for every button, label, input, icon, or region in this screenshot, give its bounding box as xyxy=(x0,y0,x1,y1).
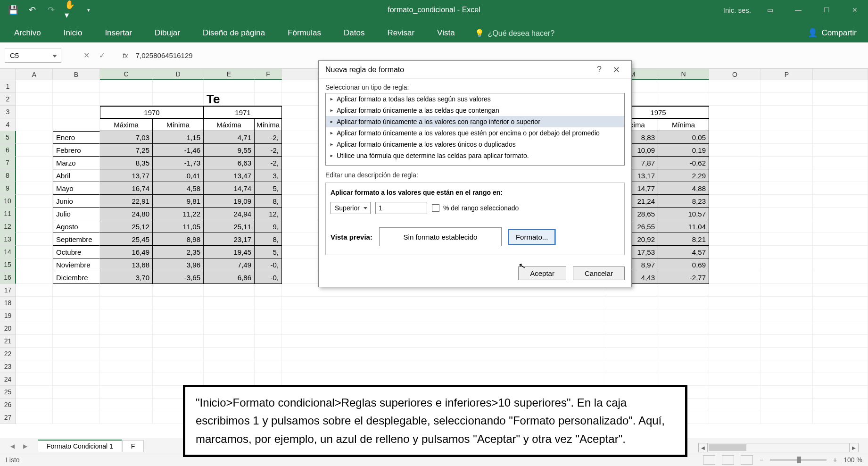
rule-above-below-avg[interactable]: Aplicar formato únicamente a los valores… xyxy=(326,127,624,139)
cell-A22[interactable] xyxy=(16,348,53,360)
cell-B26[interactable] xyxy=(53,399,100,411)
cell-gap[interactable] xyxy=(282,360,607,373)
rule-formula[interactable]: Utilice una fórmula que determine las ce… xyxy=(326,150,624,161)
cell-N15[interactable]: 0,69 xyxy=(658,258,709,271)
cell-P11[interactable] xyxy=(761,208,813,220)
cell-B17[interactable] xyxy=(53,284,100,297)
cell-B23[interactable] xyxy=(53,360,100,373)
col-C[interactable]: C xyxy=(100,69,153,80)
cell-B21[interactable] xyxy=(53,335,100,348)
cell-B15[interactable]: Noviembre xyxy=(53,258,100,271)
cell-E24[interactable] xyxy=(204,373,255,386)
horizontal-scrollbar[interactable]: ◀ ▶ xyxy=(698,442,859,453)
cell-P16[interactable] xyxy=(761,271,813,284)
row-header[interactable]: 26 xyxy=(0,399,16,411)
cell-P10[interactable] xyxy=(761,195,813,208)
cell-A14[interactable] xyxy=(16,246,53,258)
row-header[interactable]: 11 xyxy=(0,208,16,220)
cell-O5[interactable] xyxy=(709,131,761,144)
cell-F24[interactable] xyxy=(255,373,282,386)
cell-O7[interactable] xyxy=(709,157,761,169)
cell-B7[interactable]: Marzo xyxy=(53,157,100,169)
cell-D15[interactable]: 3,96 xyxy=(153,258,204,271)
cell-O3[interactable] xyxy=(709,106,761,118)
cell-N5[interactable]: 0,05 xyxy=(658,131,709,144)
cell-B6[interactable]: Febrero xyxy=(53,144,100,157)
cell-E21[interactable] xyxy=(204,335,255,348)
cell-rest[interactable] xyxy=(813,118,868,131)
touch-mode-icon[interactable]: ✋▾ xyxy=(65,5,74,15)
cell-C1[interactable] xyxy=(100,80,153,93)
col-rest[interactable] xyxy=(813,69,868,80)
cell-A4[interactable] xyxy=(16,118,53,131)
name-box[interactable]: C5 xyxy=(5,49,61,63)
row-header[interactable]: 1 xyxy=(0,80,16,93)
cell-E18[interactable] xyxy=(204,297,255,309)
cell-C18[interactable] xyxy=(100,297,153,309)
cell-F5[interactable]: -2, xyxy=(255,131,282,144)
ok-button[interactable]: Aceptar xyxy=(518,266,566,280)
rule-type-list[interactable]: Aplicar formato a todas las celdas según… xyxy=(325,93,625,166)
cell-O9[interactable] xyxy=(709,182,761,195)
share-button[interactable]: 👤 Compartir xyxy=(799,23,865,42)
cell-C7[interactable]: 8,35 xyxy=(100,157,153,169)
cell-F4[interactable]: Mínima xyxy=(255,118,282,131)
cell-N8[interactable]: 2,29 xyxy=(658,169,709,182)
cell-N10[interactable]: 8,23 xyxy=(658,195,709,208)
cell-F11[interactable]: 12, xyxy=(255,208,282,220)
cell-C14[interactable]: 16,49 xyxy=(100,246,153,258)
cell-D4[interactable]: Mínima xyxy=(153,118,204,131)
cell-M18[interactable] xyxy=(607,297,658,309)
cell-rest[interactable] xyxy=(813,144,868,157)
cell-A2[interactable] xyxy=(16,93,53,106)
cell-rest[interactable] xyxy=(813,106,868,118)
sheet-nav-prev-icon[interactable]: ◀ xyxy=(10,443,15,449)
cell-C21[interactable] xyxy=(100,335,153,348)
cell-C23[interactable] xyxy=(100,360,153,373)
cell-N16[interactable]: -2,77 xyxy=(658,271,709,284)
cell-rest[interactable] xyxy=(813,360,868,373)
cell-F18[interactable] xyxy=(255,297,282,309)
row-header[interactable]: 6 xyxy=(0,144,16,157)
cell-D24[interactable] xyxy=(153,373,204,386)
cell-D23[interactable] xyxy=(153,360,204,373)
cell-C8[interactable]: 13,77 xyxy=(100,169,153,182)
cell-E22[interactable] xyxy=(204,348,255,360)
row-header[interactable]: 17 xyxy=(0,284,16,297)
cell-rest[interactable] xyxy=(813,411,868,424)
cell-B8[interactable]: Abril xyxy=(53,169,100,182)
cell-F15[interactable]: -0, xyxy=(255,258,282,271)
cell-A24[interactable] xyxy=(16,373,53,386)
cell-C27[interactable] xyxy=(100,411,153,424)
cell-O1[interactable] xyxy=(709,80,761,93)
ribbon-options-icon[interactable]: ▭ xyxy=(761,3,779,17)
cell-rest[interactable] xyxy=(813,399,868,411)
cell-rest[interactable] xyxy=(813,386,868,399)
cell-O23[interactable] xyxy=(709,360,761,373)
cell-O2[interactable] xyxy=(709,93,761,106)
cell-F8[interactable]: 3, xyxy=(255,169,282,182)
cell-D16[interactable]: -3,65 xyxy=(153,271,204,284)
col-O[interactable]: O xyxy=(709,69,761,80)
row-header[interactable]: 14 xyxy=(0,246,16,258)
cell-A1[interactable] xyxy=(16,80,53,93)
cell-rest[interactable] xyxy=(813,93,868,106)
cell-N22[interactable] xyxy=(658,348,709,360)
cell-B24[interactable] xyxy=(53,373,100,386)
cell-C12[interactable]: 25,12 xyxy=(100,220,153,233)
cell-P13[interactable] xyxy=(761,233,813,246)
cell-gap[interactable] xyxy=(282,309,607,322)
cell-E1[interactable] xyxy=(204,80,255,93)
row-header[interactable]: 27 xyxy=(0,411,16,424)
cell-D7[interactable]: -1,73 xyxy=(153,157,204,169)
qat-customize-icon[interactable]: ▾ xyxy=(84,5,93,15)
page-break-view-icon[interactable] xyxy=(741,455,753,465)
cell-rest[interactable] xyxy=(813,208,868,220)
cell-rest[interactable] xyxy=(813,373,868,386)
cell-C9[interactable]: 16,74 xyxy=(100,182,153,195)
cell-P5[interactable] xyxy=(761,131,813,144)
help-icon[interactable]: ? xyxy=(591,65,608,75)
cell-N23[interactable] xyxy=(658,360,709,373)
cell-P3[interactable] xyxy=(761,106,813,118)
cell-F16[interactable]: -0, xyxy=(255,271,282,284)
